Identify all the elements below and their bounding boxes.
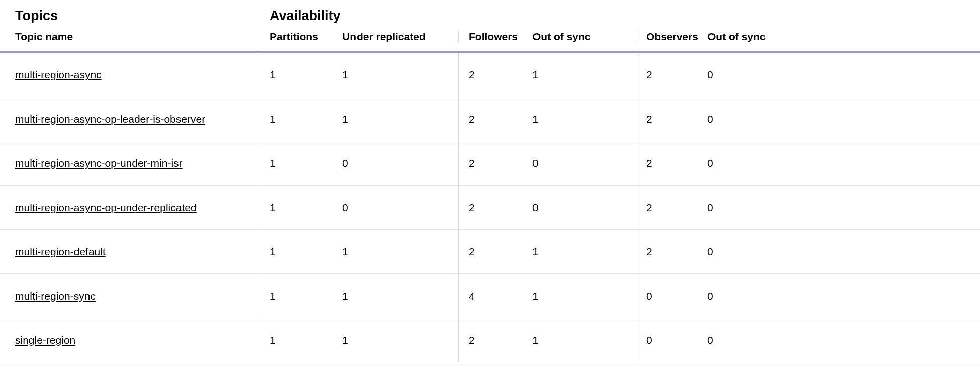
followers-cell: 4 [458, 274, 532, 318]
topic-link[interactable]: multi-region-async [15, 69, 102, 81]
availability-title: Availability [270, 8, 980, 24]
out-of-sync-followers-cell: 1 [532, 69, 636, 81]
table-row: multi-region-sync114100 [0, 274, 980, 318]
under-replicated-cell: 0 [342, 157, 458, 169]
data-cells: 112120 [258, 230, 980, 273]
topics-table: Topics Topic name Availability Partition… [0, 0, 980, 362]
followers-cell: 2 [458, 141, 532, 185]
column-header-followers: Followers [458, 31, 532, 43]
out-of-sync-observers-cell: 0 [707, 113, 714, 125]
under-replicated-cell: 1 [342, 290, 458, 302]
table-row: single-region112100 [0, 318, 980, 362]
observers-cell: 0 [636, 318, 707, 362]
out-of-sync-followers-cell: 0 [532, 202, 636, 214]
topic-name-cell: multi-region-async [0, 53, 258, 97]
topic-link[interactable]: multi-region-async-op-leader-is-observer [15, 113, 205, 125]
observers-cell: 2 [636, 186, 707, 229]
topic-name-cell: multi-region-sync [0, 274, 258, 318]
data-cells: 112120 [258, 53, 980, 97]
out-of-sync-observers-cell: 0 [707, 69, 714, 81]
out-of-sync-observers-cell: 0 [707, 202, 714, 214]
under-replicated-cell: 1 [342, 69, 458, 81]
observers-cell: 2 [636, 141, 707, 185]
out-of-sync-followers-cell: 1 [532, 290, 636, 302]
topic-link[interactable]: multi-region-async-op-under-replicated [15, 202, 197, 214]
observers-cell: 2 [636, 230, 707, 273]
under-replicated-cell: 0 [342, 202, 458, 214]
partitions-cell: 1 [270, 157, 342, 169]
data-cells: 112120 [258, 97, 980, 141]
followers-cell: 2 [458, 97, 532, 141]
data-cells: 112100 [258, 318, 980, 362]
table-row: multi-region-async112120 [0, 53, 980, 97]
partitions-cell: 1 [270, 334, 342, 346]
table-body: multi-region-async112120multi-region-asy… [0, 53, 980, 362]
out-of-sync-followers-cell: 0 [532, 157, 636, 169]
topic-name-cell: multi-region-default [0, 230, 258, 273]
out-of-sync-followers-cell: 1 [532, 113, 636, 125]
availability-subheaders: Partitions Under replicated Followers Ou… [270, 31, 980, 43]
observers-cell: 2 [636, 53, 707, 97]
under-replicated-cell: 1 [342, 334, 458, 346]
column-header-topic-name: Topic name [15, 31, 258, 43]
observers-cell: 0 [636, 274, 707, 318]
partitions-cell: 1 [270, 290, 342, 302]
column-header-out-of-sync-followers: Out of sync [532, 31, 636, 43]
out-of-sync-observers-cell: 0 [707, 334, 714, 346]
followers-cell: 2 [458, 230, 532, 273]
topics-header-section: Topics Topic name [0, 0, 258, 51]
data-cells: 102020 [258, 141, 980, 185]
partitions-cell: 1 [270, 113, 342, 125]
column-header-partitions: Partitions [270, 31, 342, 43]
column-header-observers: Observers [636, 31, 707, 43]
availability-header-section: Availability Partitions Under replicated… [258, 0, 980, 51]
observers-cell: 2 [636, 97, 707, 141]
partitions-cell: 1 [270, 202, 342, 214]
column-header-out-of-sync-observers: Out of sync [707, 31, 766, 43]
topic-link[interactable]: multi-region-async-op-under-min-isr [15, 157, 183, 169]
topics-title: Topics [15, 8, 258, 24]
out-of-sync-followers-cell: 1 [532, 334, 636, 346]
followers-cell: 2 [458, 186, 532, 229]
topic-name-cell: multi-region-async-op-under-min-isr [0, 141, 258, 185]
followers-cell: 2 [458, 318, 532, 362]
table-row: multi-region-default112120 [0, 230, 980, 274]
out-of-sync-followers-cell: 1 [532, 246, 636, 258]
topic-name-cell: multi-region-async-op-under-replicated [0, 186, 258, 229]
out-of-sync-observers-cell: 0 [707, 157, 714, 169]
data-cells: 102020 [258, 186, 980, 229]
partitions-cell: 1 [270, 246, 342, 258]
column-header-under-replicated: Under replicated [342, 31, 458, 43]
followers-cell: 2 [458, 53, 532, 97]
out-of-sync-observers-cell: 0 [707, 246, 714, 258]
topic-name-cell: multi-region-async-op-leader-is-observer [0, 97, 258, 141]
topic-name-cell: single-region [0, 318, 258, 362]
partitions-cell: 1 [270, 69, 342, 81]
table-row: multi-region-async-op-under-replicated10… [0, 186, 980, 230]
out-of-sync-observers-cell: 0 [707, 290, 714, 302]
under-replicated-cell: 1 [342, 246, 458, 258]
data-cells: 114100 [258, 274, 980, 318]
topic-link[interactable]: multi-region-sync [15, 290, 96, 302]
table-row: multi-region-async-op-under-min-isr10202… [0, 141, 980, 186]
under-replicated-cell: 1 [342, 113, 458, 125]
topic-link[interactable]: multi-region-default [15, 246, 106, 258]
table-row: multi-region-async-op-leader-is-observer… [0, 97, 980, 141]
table-header: Topics Topic name Availability Partition… [0, 0, 980, 53]
topic-link[interactable]: single-region [15, 334, 75, 346]
